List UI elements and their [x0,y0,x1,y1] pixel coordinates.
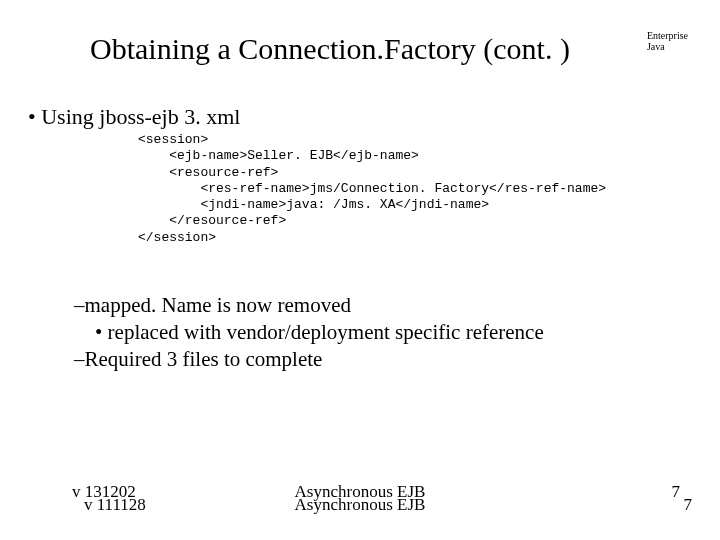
corner-line2: Java [647,41,688,52]
corner-line1: Enterprise [647,30,688,41]
footer-title-2: Asynchronous EJB [0,495,720,515]
footer-page-1: 7 [672,482,681,502]
note-replaced: • replaced with vendor/deployment specif… [74,319,544,346]
slide: Obtaining a Connection.Factory (cont. ) … [0,0,720,540]
slide-title: Obtaining a Connection.Factory (cont. ) [90,32,570,66]
bullet-using-jboss: • Using jboss-ejb 3. xml [28,104,240,130]
code-block: <session> <ejb-name>Seller. EJB</ejb-nam… [138,132,606,246]
note-required: –Required 3 files to complete [74,346,544,373]
footer-page-2: 7 [684,495,693,515]
corner-label: Enterprise Java [647,30,688,52]
sub-notes: –mapped. Name is now removed • replaced … [74,292,544,373]
note-mapped-name: –mapped. Name is now removed [74,292,544,319]
